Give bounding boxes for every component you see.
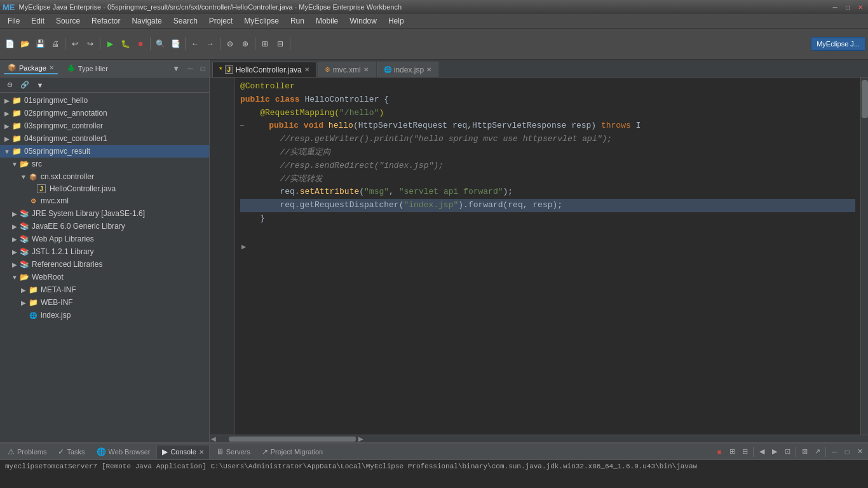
tree-jre-system[interactable]: ▶ 📚 JRE System Library [JavaSE-1.6] xyxy=(0,207,209,220)
explorer-menu[interactable]: ▼ xyxy=(172,64,180,73)
tab-tasks[interactable]: ✓ Tasks xyxy=(53,445,90,459)
toolbar-redo[interactable]: ↪ xyxy=(83,37,97,51)
close-mvc-tab[interactable]: ✕ xyxy=(363,66,369,73)
tree-hello-controller-java[interactable]: J HelloController.java xyxy=(0,183,209,194)
tab-servers[interactable]: 🖥 Servers xyxy=(211,445,255,459)
toolbar-expand[interactable]: ⊕ xyxy=(238,37,252,51)
hscroll-left[interactable]: ◀ xyxy=(211,435,216,442)
code-editor[interactable]: @Controller public class HelloController… xyxy=(235,78,860,435)
console-maximize[interactable]: □ xyxy=(841,446,853,458)
console-btn-2[interactable]: ⊞ xyxy=(726,446,738,458)
hscroll-thumb[interactable] xyxy=(229,437,356,442)
console-btn-6[interactable]: ⊡ xyxy=(782,446,793,458)
explorer-maximize[interactable]: □ xyxy=(201,64,205,73)
tree-03springmvc-controller[interactable]: ▶ 📁 03springmvc_controller xyxy=(0,119,209,132)
console-close[interactable]: ✕ xyxy=(854,446,865,458)
menu-mobile[interactable]: Mobile xyxy=(311,15,343,27)
label-04: 04springmvc_controller1 xyxy=(24,134,107,143)
menu-file[interactable]: File xyxy=(3,15,25,27)
tree-src[interactable]: ▼ 📂 src xyxy=(0,158,209,170)
close-console-tab[interactable]: ✕ xyxy=(199,449,204,456)
menu-navigate[interactable]: Navigate xyxy=(126,15,166,27)
menu-myeclipse[interactable]: MyEclipse xyxy=(239,15,284,27)
minimize-button[interactable]: ─ xyxy=(830,2,840,12)
scrollbar-thumb[interactable] xyxy=(862,80,868,118)
close-button[interactable]: ✕ xyxy=(855,2,865,12)
toolbar-undo[interactable]: ↩ xyxy=(68,37,82,51)
toolbar-sep-2 xyxy=(100,37,100,50)
tree-jstl-lib[interactable]: ▶ 📚 JSTL 1.2.1 Library xyxy=(0,245,209,258)
toolbar-new[interactable]: 📄 xyxy=(3,37,17,51)
tree-index-jsp[interactable]: 🌐 index.jsp xyxy=(0,309,209,322)
collapse-all-button[interactable]: ⊖ xyxy=(3,78,17,92)
menu-help[interactable]: Help xyxy=(383,15,409,27)
toolbar-debug[interactable]: 🐛 xyxy=(118,37,132,51)
console-content: myeclipseTomcatServer7 [Remote Java Appl… xyxy=(0,460,868,488)
menu-search[interactable]: Search xyxy=(168,15,203,27)
close-hello-tab[interactable]: ✕ xyxy=(304,66,309,73)
tab-package[interactable]: 📦 Package ✕ xyxy=(4,62,58,74)
tab-type-hier[interactable]: 🌲 Type Hier xyxy=(63,63,112,74)
tree-04springmvc-controller1[interactable]: ▶ 📁 04springmvc_controller1 xyxy=(0,132,209,145)
tab-problems[interactable]: ⚠ Problems xyxy=(3,445,51,459)
toolbar-open[interactable]: 📂 xyxy=(18,37,32,51)
close-index-tab[interactable]: ✕ xyxy=(426,66,431,73)
menu-project[interactable]: Project xyxy=(204,15,238,27)
toolbar-next[interactable]: → xyxy=(203,37,217,51)
console-stop-btn[interactable]: ■ xyxy=(714,446,725,458)
toolbar-views[interactable]: ⊟ xyxy=(273,37,287,51)
tree-cn-sxt-controller[interactable]: ▼ 📦 cn.sxt.controller xyxy=(0,170,209,183)
console-btn-8[interactable]: ↗ xyxy=(811,446,823,458)
menu-refactor[interactable]: Refactor xyxy=(86,15,125,27)
tree-javaee-lib[interactable]: ▶ 📚 JavaEE 6.0 Generic Library xyxy=(0,220,209,233)
tree-menu-button[interactable]: ▼ xyxy=(33,78,47,92)
menu-run[interactable]: Run xyxy=(285,15,309,27)
toolbar-run[interactable]: ▶ xyxy=(103,37,117,51)
hscroll-right[interactable]: ▶ xyxy=(358,435,363,442)
maximize-button[interactable]: □ xyxy=(843,2,853,12)
tree-webroot[interactable]: ▼ 📂 WebRoot xyxy=(0,271,209,283)
fold-icon[interactable]: ─ xyxy=(240,121,248,132)
tasks-label: Tasks xyxy=(67,448,85,456)
menu-edit[interactable]: Edit xyxy=(26,15,50,27)
myeclipse-button[interactable]: MyEclipse J... xyxy=(811,37,865,51)
tab-web-browser[interactable]: 🌐 Web Browser xyxy=(92,445,156,459)
toolbar-save[interactable]: 💾 xyxy=(33,37,47,51)
tree-web-inf[interactable]: ▶ 📁 WEB-INF xyxy=(0,296,209,309)
console-btn-5[interactable]: ▶ xyxy=(769,446,780,458)
tab-index-jsp[interactable]: 🌐 index.jsp ✕ xyxy=(377,62,438,77)
fold-bottom-arrow[interactable]: ▶ xyxy=(241,241,246,254)
console-btn-4[interactable]: ◀ xyxy=(756,446,768,458)
console-btn-3[interactable]: ⊟ xyxy=(739,446,750,458)
toolbar-stop[interactable]: ■ xyxy=(133,37,147,51)
tree-02springmvc-annotation[interactable]: ▶ 📁 02springmvc_annotation xyxy=(0,107,209,119)
tab-project-migration[interactable]: ↗ Project Migration xyxy=(257,445,329,459)
toolbar-perspective[interactable]: ⊞ xyxy=(258,37,272,51)
console-minimize[interactable]: ─ xyxy=(829,446,840,458)
tree-05springmvc-result[interactable]: ▼ 📁 05springmvc_result xyxy=(0,145,209,158)
tab-mvc-xml[interactable]: ⚙ mvc.xml ✕ xyxy=(318,62,376,77)
tree-referenced-libs[interactable]: ▶ 📚 Referenced Libraries xyxy=(0,258,209,271)
close-package-tab[interactable]: ✕ xyxy=(49,64,54,71)
toolbar: 📄 📂 💾 🖨 ↩ ↪ ▶ 🐛 ■ 🔍 📑 ← → ⊖ ⊕ ⊞ ⊟ MyEcli… xyxy=(0,28,868,60)
toolbar-search[interactable]: 🔍 xyxy=(153,37,167,51)
menu-source[interactable]: Source xyxy=(51,15,85,27)
console-btn-7[interactable]: ⊠ xyxy=(799,446,810,458)
toolbar-print[interactable]: 🖨 xyxy=(48,37,62,51)
explorer-minimize[interactable]: ─ xyxy=(187,64,193,73)
menu-window[interactable]: Window xyxy=(344,15,382,27)
tree-01springmvc-hello[interactable]: ▶ 📁 01springmvc_hello xyxy=(0,94,209,107)
toolbar-collapse[interactable]: ⊖ xyxy=(223,37,237,51)
toolbar-prev[interactable]: ← xyxy=(188,37,202,51)
tree-meta-inf[interactable]: ▶ 📁 META-INF xyxy=(0,283,209,296)
tab-console[interactable]: ▶ Console ✕ xyxy=(156,445,209,459)
editor-area: * J HelloController.java ✕ ⚙ mvc.xml ✕ 🌐… xyxy=(210,60,868,442)
link-editor-button[interactable]: 🔗 xyxy=(18,78,32,92)
toolbar-references[interactable]: 📑 xyxy=(168,37,182,51)
tree-webapp-libs[interactable]: ▶ 📚 Web App Libraries xyxy=(0,233,209,245)
tab-hello-controller[interactable]: * J HelloController.java ✕ xyxy=(212,62,316,77)
tree-mvc-xml[interactable]: ⚙ mvc.xml xyxy=(0,194,209,207)
label-02: 02springmvc_annotation xyxy=(24,109,107,118)
editor-scrollbar[interactable] xyxy=(860,78,868,435)
editor-horizontal-scrollbar[interactable]: ◀ ▶ xyxy=(210,435,868,442)
